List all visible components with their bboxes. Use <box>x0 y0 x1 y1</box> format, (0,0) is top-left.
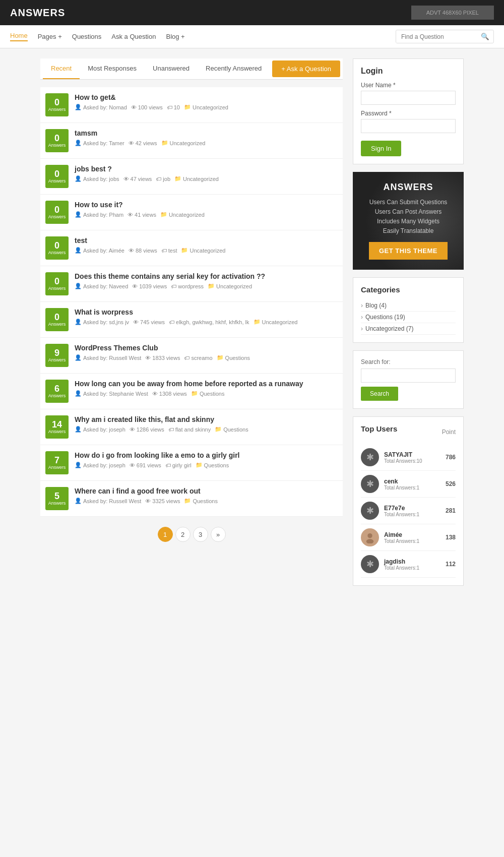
tags: 🏷 wordpress <box>171 283 204 289</box>
content-area: RecentMost ResponsesUnansweredRecently A… <box>40 58 343 593</box>
question-body: How to get&👤 Asked by: Nomad👁 100 views🏷… <box>75 93 338 110</box>
avatar: ✱ <box>361 448 379 466</box>
question-body: Where can i find a good free work out👤 A… <box>75 487 338 504</box>
category: 📁 Uncategorized <box>208 283 252 289</box>
page-button-2[interactable]: 2 <box>175 527 191 542</box>
points-label: Point <box>442 428 456 436</box>
category-item[interactable]: Questions (19) <box>361 312 456 323</box>
tab-unanswered[interactable]: Unanswered <box>145 58 198 79</box>
user-points: 786 <box>446 454 456 461</box>
main-container: RecentMost ResponsesUnansweredRecently A… <box>35 48 469 603</box>
nav-link-pages-[interactable]: Pages + <box>38 33 62 40</box>
nav-link-questions[interactable]: Questions <box>72 33 102 40</box>
user-info: SATYAJITTotal Answers:10 <box>384 451 440 464</box>
answer-count-badge: 0Answers <box>45 165 69 188</box>
search-icon-button[interactable]: 🔍 <box>477 30 493 43</box>
top-user-item: ✱SATYAJITTotal Answers:10786 <box>361 444 456 471</box>
avatar: ✱ <box>361 555 379 573</box>
user-name: jagdish <box>384 558 440 565</box>
sidebar-search-button[interactable]: Search <box>361 387 398 401</box>
tab-recent[interactable]: Recent <box>43 58 80 79</box>
category-item[interactable]: Blog (4) <box>361 300 456 312</box>
user-name: cenk <box>384 478 440 485</box>
question-title[interactable]: How long can you be away from home befor… <box>75 380 338 388</box>
asked-by: 👤 Asked by: Russell West <box>75 498 141 504</box>
asked-by: 👤 Asked by: Aimée <box>75 247 124 254</box>
views: 👁 47 views <box>123 176 152 182</box>
question-title[interactable]: jobs best ? <box>75 165 338 173</box>
user-points: 281 <box>446 507 456 514</box>
question-meta: 👤 Asked by: Russell West👁 3325 views📁 Qu… <box>75 498 338 504</box>
top-user-item: ✱E77e7eTotal Answers:1281 <box>361 498 456 524</box>
login-box: Login User Name * Password * Sign In <box>353 58 464 164</box>
asked-by: 👤 Asked by: sd,jns jv <box>75 319 129 325</box>
header-ad: ADVT 468X60 PIXEL <box>411 6 494 20</box>
question-title[interactable]: Does this theme contains any serial key … <box>75 272 338 280</box>
question-meta: 👤 Asked by: Tamer👁 42 views📁 Uncategoriz… <box>75 140 338 146</box>
question-title[interactable]: test <box>75 236 338 244</box>
category: 📁 Questions <box>215 426 248 433</box>
answer-count-badge: 0Answers <box>45 272 69 295</box>
avatar <box>361 528 379 546</box>
question-title[interactable]: What is worpress <box>75 308 338 316</box>
category: 📁 Questions <box>184 498 218 504</box>
question-title[interactable]: Where can i find a good free work out <box>75 487 338 495</box>
question-meta: 👤 Asked by: Aimée👁 88 views🏷 test📁 Uncat… <box>75 247 338 254</box>
get-theme-button[interactable]: GET THIS THEME <box>369 242 448 260</box>
password-input[interactable] <box>361 119 456 133</box>
sidebar: Login User Name * Password * Sign In ANS… <box>353 58 464 593</box>
search-input[interactable] <box>396 31 477 43</box>
question-title[interactable]: How to get& <box>75 93 338 101</box>
page-button-»[interactable]: » <box>211 527 226 542</box>
top-users-title: Top Users <box>361 424 397 433</box>
promo-feature: Users Can Post Answers <box>360 208 456 215</box>
user-info: E77e7eTotal Answers:1 <box>384 505 440 517</box>
nav-link-ask-a-question[interactable]: Ask a Question <box>111 33 156 40</box>
user-photo-icon <box>364 531 376 543</box>
page-button-1[interactable]: 1 <box>158 527 173 542</box>
question-title[interactable]: How do i go from looking like a emo to a… <box>75 451 338 459</box>
question-title[interactable]: tamsm <box>75 129 338 137</box>
page-button-3[interactable]: 3 <box>193 527 208 542</box>
question-body: What is worpress👤 Asked by: sd,jns jv👁 7… <box>75 308 338 325</box>
search-for-label: Search for: <box>361 358 456 365</box>
sidebar-search-input[interactable] <box>361 369 456 383</box>
nav-link-blog-[interactable]: Blog + <box>166 33 184 40</box>
sign-in-button[interactable]: Sign In <box>361 141 401 156</box>
svg-point-0 <box>367 533 372 538</box>
views: 👁 745 views <box>133 319 165 325</box>
top-users-list: ✱SATYAJITTotal Answers:10786✱cenkTotal A… <box>361 444 456 578</box>
answer-count-badge: 0Answers <box>45 236 69 260</box>
ask-question-button[interactable]: + Ask a Question <box>272 60 340 77</box>
question-title[interactable]: Why am i created like this, flat and ski… <box>75 415 338 423</box>
question-title[interactable]: WordPress Themes Club <box>75 344 338 352</box>
username-group: User Name * <box>361 82 456 105</box>
user-name: SATYAJIT <box>384 451 440 458</box>
tab-most-responses[interactable]: Most Responses <box>80 58 145 79</box>
question-title[interactable]: How to use it? <box>75 201 338 209</box>
asked-by: 👤 Asked by: Naveed <box>75 283 128 289</box>
question-item: 0Answerstest👤 Asked by: Aimée👁 88 views🏷… <box>40 230 343 266</box>
nav-link-home[interactable]: Home <box>10 32 28 41</box>
user-points: 526 <box>446 480 456 487</box>
category-item[interactable]: Uncategorized (7) <box>361 323 456 335</box>
answer-count-badge: 6Answers <box>45 380 69 403</box>
question-item: 7AnswersHow do i go from looking like a … <box>40 445 343 481</box>
category: 📁 Uncategorized <box>184 104 228 110</box>
asked-by: 👤 Asked by: Stephanie West <box>75 390 148 397</box>
question-body: test👤 Asked by: Aimée👁 88 views🏷 test📁 U… <box>75 236 338 254</box>
top-user-item: ✱cenkTotal Answers:1526 <box>361 471 456 498</box>
password-label: Password * <box>361 110 456 117</box>
tab-recently-answered[interactable]: Recently Answered <box>198 58 270 79</box>
top-user-item: AiméeTotal Answers:1138 <box>361 524 456 551</box>
question-meta: 👤 Asked by: jobs👁 47 views🏷 job📁 Uncateg… <box>75 175 338 182</box>
question-item: 0AnswersWhat is worpress👤 Asked by: sd,j… <box>40 302 343 338</box>
nav-search[interactable]: 🔍 <box>396 30 494 43</box>
username-input[interactable] <box>361 91 456 105</box>
views: 👁 1833 views <box>145 355 180 361</box>
top-user-item: ✱jagdishTotal Answers:1112 <box>361 551 456 578</box>
asked-by: 👤 Asked by: joseph <box>75 462 125 468</box>
promo-title: ANSWERS <box>360 182 456 193</box>
question-meta: 👤 Asked by: joseph👁 691 views🏷 girly gir… <box>75 462 338 468</box>
question-body: tamsm👤 Asked by: Tamer👁 42 views📁 Uncate… <box>75 129 338 146</box>
